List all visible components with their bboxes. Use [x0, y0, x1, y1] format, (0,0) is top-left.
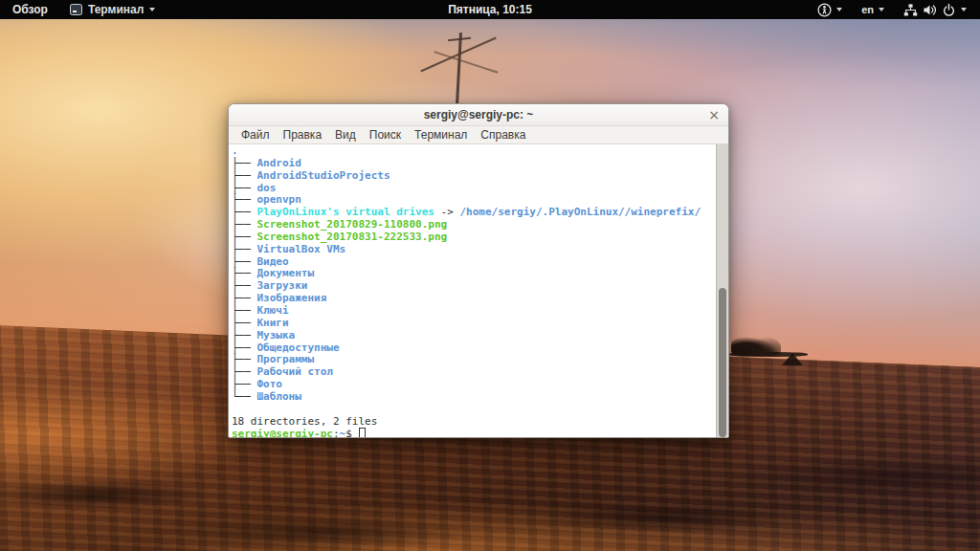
accessibility-menu[interactable]	[810, 0, 850, 19]
tree-line: ├── Рабочий стол	[232, 366, 716, 379]
entry-name: Программы	[257, 353, 315, 365]
top-bar: Обзор Терминал Пятница, 10:15 en	[0, 0, 980, 19]
top-bar-right: en	[810, 0, 980, 19]
entry-name: Рабочий стол	[257, 365, 333, 378]
terminal-output: .├── Android├── AndroidStudioProjects├──…	[229, 144, 716, 437]
chevron-down-icon	[879, 8, 884, 11]
app-menu-label: Терминал	[88, 3, 144, 16]
entry-name: Ключі	[257, 304, 289, 317]
entry-name: Музыка	[257, 329, 296, 342]
entry-name: Screenshot_20170831-222533.png	[257, 231, 448, 243]
tree-line: ├── Книги	[232, 318, 716, 330]
terminal-window: sergiy@sergiy-pc: ~ × ФайлПравкаВидПоиск…	[228, 103, 729, 438]
entry-name: openvpn	[257, 193, 301, 206]
tree-line: ├── AndroidStudioProjects	[232, 170, 716, 183]
entry-name: Общедоступные	[257, 342, 340, 354]
tree-line: ├── dos	[232, 183, 716, 195]
tree-line: └── Шаблоны	[232, 391, 716, 404]
entry-name: VirtualBox VMs	[257, 243, 346, 255]
entry-name: Android	[257, 157, 301, 169]
menu-item[interactable]: Поиск	[363, 128, 408, 142]
entry-name: PlayOnLinux's virtual drives	[257, 206, 434, 218]
network-wired-icon	[903, 3, 918, 17]
window-title: sergiy@sergiy-pc: ~	[424, 108, 534, 121]
entry-name: AndroidStudioProjects	[257, 169, 390, 182]
summary-line: 18 directories, 2 files	[232, 416, 716, 429]
tree-line: ├── Ключі	[232, 305, 716, 318]
entry-name: Книги	[257, 317, 289, 329]
tree-line: ├── Фото	[232, 379, 716, 391]
island-trees	[731, 335, 781, 356]
clock[interactable]: Пятница, 10:15	[448, 3, 532, 16]
terminal-body[interactable]: .├── Android├── AndroidStudioProjects├──…	[229, 144, 728, 437]
power-icon	[942, 3, 956, 17]
menu-item[interactable]: Вид	[328, 128, 363, 142]
close-button[interactable]: ×	[708, 106, 720, 123]
system-menu[interactable]	[896, 0, 974, 19]
entry-name: Screenshot_20170829-110800.png	[257, 218, 448, 231]
menu-item[interactable]: Справка	[474, 128, 532, 142]
menu-item[interactable]: Терминал	[408, 128, 474, 142]
top-bar-left: Обзор Терминал	[0, 0, 165, 19]
activities-button[interactable]: Обзор	[0, 0, 60, 19]
entry-name: Фото	[257, 378, 283, 390]
scrollbar-thumb[interactable]	[719, 288, 726, 437]
tree-line: ├── Изображения	[232, 293, 716, 305]
terminal-cursor	[359, 428, 366, 437]
terminal-app-icon	[70, 4, 82, 15]
island-hut	[782, 353, 803, 365]
keyboard-layout-menu[interactable]: en	[854, 0, 892, 19]
volume-icon	[923, 3, 937, 17]
prompt-line: sergiy@sergiy-pc:~$	[232, 428, 716, 437]
tree-root-line: .	[232, 145, 716, 158]
menu-bar: ФайлПравкаВидПоискТерминалСправка	[229, 126, 728, 144]
entry-name: dos	[257, 182, 277, 194]
accessibility-icon	[817, 3, 832, 17]
entry-name: Изображения	[257, 292, 327, 304]
entry-name: Видео	[257, 255, 289, 268]
menu-item[interactable]: Правка	[277, 128, 329, 142]
entry-name: Шаблоны	[257, 390, 301, 403]
chevron-down-icon	[836, 8, 842, 11]
tree-line: ├── VirtualBox VMs	[232, 244, 716, 256]
chevron-down-icon	[149, 8, 155, 11]
menu-item[interactable]: Файл	[234, 128, 277, 142]
desktop: Обзор Терминал Пятница, 10:15 en	[0, 0, 980, 551]
chevron-down-icon	[961, 8, 967, 11]
window-titlebar[interactable]: sergiy@sergiy-pc: ~ ×	[229, 104, 728, 126]
keyboard-layout-label: en	[861, 4, 874, 15]
app-menu[interactable]: Терминал	[60, 0, 165, 19]
entry-name: Документы	[257, 267, 315, 279]
entry-name: Загрузки	[257, 279, 308, 292]
scrollbar[interactable]	[716, 144, 728, 437]
